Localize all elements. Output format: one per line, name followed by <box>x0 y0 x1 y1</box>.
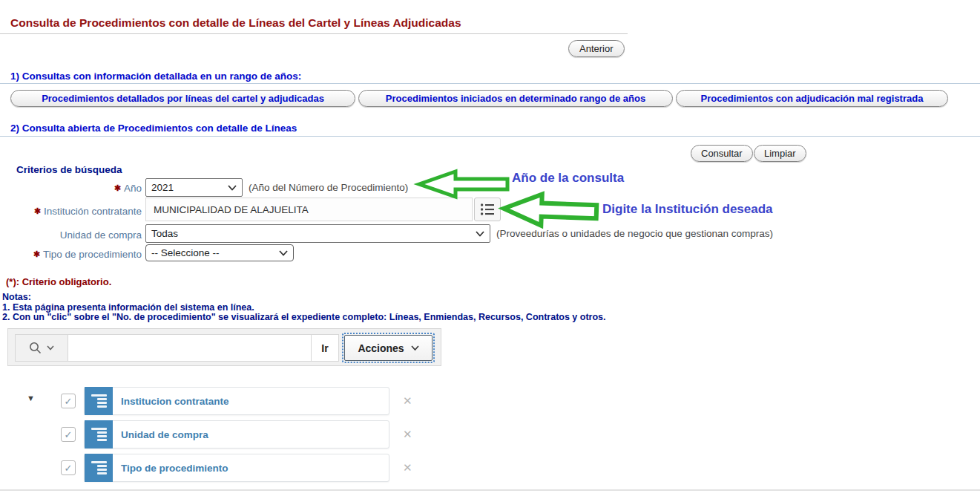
check-icon: ✓ <box>65 463 73 474</box>
column-item-label: Institucion contratante <box>121 396 229 407</box>
chevron-down-icon <box>476 231 484 237</box>
ir-button[interactable]: Ir <box>311 335 338 361</box>
tipo-select-value: -- Seleccione -- <box>151 247 220 258</box>
remove-column-button[interactable]: ✕ <box>403 461 412 474</box>
column-item-label: Unidad de compra <box>121 429 208 440</box>
column-item-label: Tipo de procedimiento <box>121 463 228 474</box>
unidad-select[interactable]: Todas <box>145 224 490 243</box>
column-item-institucion[interactable]: Institucion contratante <box>84 387 389 415</box>
chevron-down-icon <box>279 250 288 256</box>
unidad-select-value: Todas <box>151 228 178 239</box>
chevron-down-icon <box>228 185 237 191</box>
bottom-divider <box>0 489 980 491</box>
list-icon <box>480 203 495 216</box>
required-criteria-note: (*): Criterio obligatorio. <box>6 276 111 287</box>
anio-hint: (Año del Número de Procedimiento) <box>249 182 408 193</box>
institucion-input[interactable] <box>145 198 473 221</box>
search-options-button[interactable] <box>16 335 68 361</box>
rango-anios-button[interactable]: Procedimientos iniciados en determinado … <box>358 90 673 107</box>
note-line-2: 2. Con un "clic" sobre el "No. de proced… <box>2 312 606 322</box>
column-item-unidad[interactable]: Unidad de compra <box>84 420 389 449</box>
title-divider <box>0 33 628 34</box>
required-mark: ✱ <box>33 250 40 258</box>
criteria-heading: Criterios de búsqueda <box>16 164 122 175</box>
section2-heading: 2) Consulta abierta de Procedimientos co… <box>10 123 297 134</box>
column-item-tipo[interactable]: Tipo de procedimiento <box>84 454 389 482</box>
anio-label: ✱Año <box>0 183 142 194</box>
section2-divider <box>0 136 980 137</box>
consultar-button[interactable]: Consultar <box>691 145 753 162</box>
column-checkbox-unidad[interactable]: ✓ <box>61 427 76 442</box>
anterior-button[interactable]: Anterior <box>568 40 625 57</box>
remove-column-button[interactable]: ✕ <box>403 428 412 441</box>
report-search-toolbar: Ir Acciones <box>7 328 441 366</box>
required-mark: ✱ <box>34 206 41 215</box>
chevron-down-icon <box>47 345 54 350</box>
acciones-button[interactable]: Acciones <box>342 333 435 363</box>
search-icon <box>29 342 42 354</box>
unidad-label: Unidad de compra <box>0 229 142 241</box>
required-mark: ✱ <box>114 183 121 192</box>
anio-select-value: 2021 <box>151 182 174 193</box>
detalle-lineas-button[interactable]: Procedimientos detallados por líneas del… <box>10 90 355 107</box>
search-group: Ir <box>15 334 339 362</box>
anio-annotation: Año de la consulta <box>512 171 624 186</box>
institucion-annotation: Digite la Institución deseada <box>602 202 773 217</box>
check-icon: ✓ <box>65 396 73 407</box>
institucion-lookup-button[interactable] <box>474 198 501 221</box>
page: Consulta de Procedimientos con detalle d… <box>0 0 980 499</box>
section1-heading: 1) Consultas con información detallada e… <box>10 71 301 82</box>
column-checkbox-tipo[interactable]: ✓ <box>61 460 76 475</box>
green-arrow-icon <box>417 169 510 199</box>
expander-triangle[interactable]: ▼ <box>27 394 35 402</box>
unidad-hint: (Proveedurías o unidades de negocio que … <box>496 228 773 239</box>
search-input[interactable] <box>68 335 311 361</box>
page-title: Consulta de Procedimientos con detalle d… <box>10 16 461 30</box>
limpiar-button[interactable]: Limpiar <box>754 145 806 162</box>
institucion-label: ✱Institución contratante <box>0 206 142 217</box>
mal-registrada-button[interactable]: Procedimientos con adjudicación mal regi… <box>676 90 948 107</box>
section1-divider <box>0 83 980 84</box>
column-lines-icon <box>85 420 113 449</box>
acciones-label: Acciones <box>358 342 404 354</box>
tipo-label: ✱Tipo de procedimiento <box>0 249 142 260</box>
chevron-down-icon <box>411 345 419 351</box>
tipo-select[interactable]: -- Seleccione -- <box>145 244 294 261</box>
remove-column-button[interactable]: ✕ <box>403 394 412 408</box>
column-checkbox-institucion[interactable]: ✓ <box>61 394 76 408</box>
column-lines-icon <box>85 454 113 482</box>
note-line-1: 1. Esta página presenta información del … <box>2 302 254 313</box>
anio-select[interactable]: 2021 <box>145 178 243 197</box>
column-lines-icon <box>85 387 113 415</box>
check-icon: ✓ <box>65 429 73 440</box>
notes-heading: Notas: <box>2 292 31 302</box>
green-arrow-icon <box>501 189 600 232</box>
